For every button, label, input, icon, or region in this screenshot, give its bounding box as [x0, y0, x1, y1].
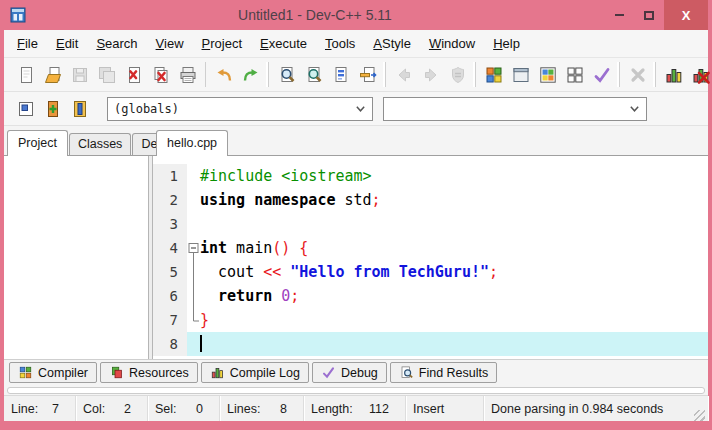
run-button[interactable]	[507, 61, 534, 88]
project-browser-panel[interactable]	[4, 156, 149, 359]
goto-bookmark-button[interactable]	[66, 95, 93, 122]
menu-item-project[interactable]: Project	[193, 32, 251, 55]
fold-margin[interactable]	[187, 260, 200, 284]
devcpp-app-icon	[10, 7, 26, 23]
find-icon	[277, 65, 297, 85]
line-number[interactable]: 2	[153, 188, 187, 212]
chevron-down-icon	[355, 105, 366, 113]
goto-line-button[interactable]	[354, 61, 381, 88]
compile-run-button[interactable]	[534, 61, 561, 88]
status-label: Line:	[11, 402, 38, 416]
status-bar: Line:7Col:2Sel:0Lines:8Length:112InsertD…	[4, 395, 708, 421]
menu-item-execute[interactable]: Execute	[251, 32, 316, 55]
close-file-icon	[124, 65, 144, 85]
code-text[interactable]: int main() {	[200, 236, 708, 260]
menu-item-search[interactable]: Search	[87, 32, 146, 55]
code-line-6: 6 return 0;	[153, 284, 708, 308]
minimize-button[interactable]	[604, 0, 634, 30]
redo-button[interactable]	[237, 61, 264, 88]
report-tab-find-results[interactable]: Find Results	[390, 362, 497, 383]
fold-margin[interactable]	[187, 332, 200, 356]
status-value: 2	[124, 402, 131, 416]
status-label: Sel:	[155, 402, 177, 416]
globals-select[interactable]: (globals)	[107, 97, 373, 121]
minimize-icon	[615, 14, 624, 16]
code-text[interactable]: return 0;	[200, 284, 708, 308]
find-button[interactable]	[273, 61, 300, 88]
code-text[interactable]	[200, 212, 708, 236]
code-text[interactable]: }	[200, 308, 708, 332]
toggle-bookmark-button[interactable]	[39, 95, 66, 122]
menu-item-file[interactable]: File	[8, 32, 47, 55]
text-cursor	[200, 335, 202, 352]
replace-button[interactable]	[327, 61, 354, 88]
close-file-button[interactable]	[120, 61, 147, 88]
members-select[interactable]	[383, 97, 647, 121]
tab-compile-log-icon	[210, 365, 225, 380]
left-panel-tabs: ProjectClassesDebug	[4, 130, 152, 155]
fold-margin[interactable]	[187, 212, 200, 236]
tab-classes[interactable]: Classes	[69, 133, 131, 155]
close-all-button[interactable]	[147, 61, 174, 88]
insert-snippet-button[interactable]	[12, 95, 39, 122]
window-title: Untitled1 - Dev-C++ 5.11	[26, 7, 604, 23]
menu-item-astyle[interactable]: AStyle	[364, 32, 420, 55]
chevron-down-icon	[629, 105, 640, 113]
open-file-button[interactable]	[39, 61, 66, 88]
line-number[interactable]: 7	[153, 308, 187, 332]
save-button	[66, 61, 93, 88]
delete-profiling-button[interactable]	[687, 61, 712, 88]
line-number[interactable]: 4	[153, 236, 187, 260]
line-number[interactable]: 6	[153, 284, 187, 308]
line-number[interactable]: 8	[153, 332, 187, 356]
menu-item-window[interactable]: Window	[420, 32, 484, 55]
line-number[interactable]: 3	[153, 212, 187, 236]
new-file-button[interactable]	[12, 61, 39, 88]
report-tab-compiler[interactable]: Compiler	[9, 362, 97, 383]
fold-margin[interactable]	[187, 236, 200, 260]
code-text[interactable]: using namespace std;	[200, 188, 708, 212]
toggle-bookmark-icon	[43, 99, 63, 119]
compile-icon	[484, 65, 504, 85]
save-icon	[70, 65, 90, 85]
report-tab-label: Compiler	[38, 366, 88, 380]
resize-grip[interactable]	[694, 410, 705, 421]
line-number[interactable]: 5	[153, 260, 187, 284]
compile-button[interactable]	[480, 61, 507, 88]
rebuild-all-button[interactable]	[561, 61, 588, 88]
report-tab-debug[interactable]: Debug	[312, 362, 387, 383]
tab-project[interactable]: Project	[7, 130, 68, 156]
status-value: 7	[52, 402, 59, 416]
report-tab-resources[interactable]: Resources	[100, 362, 198, 383]
menu-item-help[interactable]: Help	[484, 32, 529, 55]
undo-button[interactable]	[210, 61, 237, 88]
open-file-icon	[43, 65, 63, 85]
menu-item-edit[interactable]: Edit	[47, 32, 87, 55]
forward-button	[417, 61, 444, 88]
code-line-5: 5 cout << "Hello from TechGuru!";	[153, 260, 708, 284]
close-button[interactable]: X	[664, 0, 708, 30]
status-panel-6: Done parsing in 0.984 seconds	[484, 396, 708, 421]
fold-margin[interactable]	[187, 308, 200, 332]
report-tab-compile-log[interactable]: Compile Log	[201, 362, 309, 383]
code-editor[interactable]: 1#include <iostream>2using namespace std…	[152, 156, 708, 359]
status-label: Col:	[83, 402, 105, 416]
menu-item-tools[interactable]: Tools	[316, 32, 364, 55]
code-text[interactable]: cout << "Hello from TechGuru!";	[200, 260, 708, 284]
print-button[interactable]	[174, 61, 201, 88]
fold-margin[interactable]	[187, 164, 200, 188]
profile-button[interactable]	[660, 61, 687, 88]
replace-icon	[331, 65, 351, 85]
maximize-button[interactable]	[634, 0, 664, 30]
find-in-files-button[interactable]	[300, 61, 327, 88]
syntax-check-button[interactable]	[588, 61, 615, 88]
titlebar[interactable]: Untitled1 - Dev-C++ 5.11 X	[4, 0, 708, 30]
fold-margin[interactable]	[187, 188, 200, 212]
menu-item-view[interactable]: View	[147, 32, 193, 55]
abort-button	[624, 61, 651, 88]
code-text[interactable]: #include <iostream>	[200, 164, 708, 188]
editor-tab-hello-cpp[interactable]: hello.cpp	[156, 130, 228, 156]
fold-margin[interactable]	[187, 284, 200, 308]
line-number[interactable]: 1	[153, 164, 187, 188]
code-text[interactable]	[200, 332, 708, 356]
